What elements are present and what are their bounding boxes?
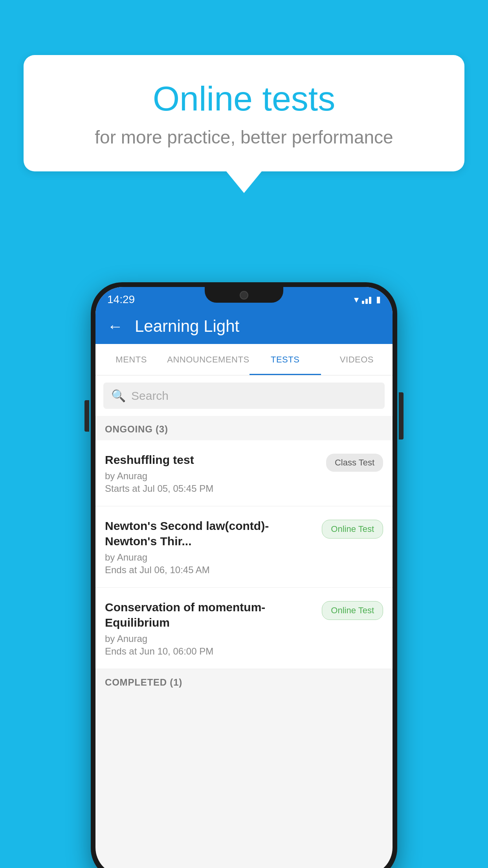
test-name-1: Reshuffling test — [105, 452, 318, 467]
test-by-3: by Anurag — [105, 633, 314, 644]
test-item-conservation[interactable]: Conservation of momentum-Equilibrium by … — [95, 588, 393, 669]
speech-bubble-title: Online tests — [55, 79, 433, 119]
speech-bubble-pointer — [226, 171, 262, 193]
signal-bars — [362, 295, 371, 304]
test-item-reshuffling[interactable]: Reshuffling test by Anurag Starts at Jul… — [95, 440, 393, 506]
test-info-3: Conservation of momentum-Equilibrium by … — [105, 600, 314, 657]
phone-screen: 14:29 ▾ ▮ ← Learning Light MENTS ANNOU — [95, 287, 393, 868]
phone-frame: 14:29 ▾ ▮ ← Learning Light MENTS ANNOU — [91, 282, 397, 868]
speech-bubble-subtitle: for more practice, better performance — [55, 127, 433, 148]
phone-side-left-button — [84, 400, 89, 432]
tab-tests[interactable]: TESTS — [250, 344, 321, 375]
speech-bubble: Online tests for more practice, better p… — [24, 55, 464, 171]
completed-section-header: COMPLETED (1) — [95, 669, 393, 693]
front-camera — [240, 291, 248, 300]
test-date-2: Ends at Jul 06, 10:45 AM — [105, 565, 314, 576]
app-header: ← Learning Light — [95, 309, 393, 344]
app-title: Learning Light — [135, 317, 239, 336]
test-name-3: Conservation of momentum-Equilibrium — [105, 600, 314, 630]
test-by-2: by Anurag — [105, 552, 314, 563]
test-badge-3: Online Test — [322, 601, 383, 620]
test-list: Reshuffling test by Anurag Starts at Jul… — [95, 440, 393, 669]
test-info-1: Reshuffling test by Anurag Starts at Jul… — [105, 452, 318, 494]
tab-videos[interactable]: VIDEOS — [321, 344, 393, 375]
test-name-2: Newton's Second law(contd)-Newton's Thir… — [105, 518, 314, 549]
ongoing-section-title: ONGOING (3) — [105, 424, 383, 435]
test-date-3: Ends at Jun 10, 06:00 PM — [105, 646, 314, 657]
tab-ments[interactable]: MENTS — [95, 344, 167, 375]
back-button[interactable]: ← — [107, 318, 123, 335]
tab-bar: MENTS ANNOUNCEMENTS TESTS VIDEOS — [95, 344, 393, 375]
test-badge-1: Class Test — [326, 454, 383, 472]
search-input[interactable]: Search — [131, 389, 169, 403]
battery-icon: ▮ — [376, 294, 381, 305]
status-time: 14:29 — [107, 293, 135, 306]
search-icon: 🔍 — [111, 389, 126, 403]
test-badge-2: Online Test — [322, 520, 383, 539]
status-icons: ▾ ▮ — [354, 294, 381, 305]
phone-side-right-button — [399, 392, 404, 440]
speech-bubble-container: Online tests for more practice, better p… — [24, 55, 464, 193]
completed-section-title: COMPLETED (1) — [105, 677, 383, 688]
test-by-1: by Anurag — [105, 471, 318, 482]
test-info-2: Newton's Second law(contd)-Newton's Thir… — [105, 518, 314, 576]
search-container: 🔍 Search — [95, 375, 393, 416]
search-bar[interactable]: 🔍 Search — [103, 383, 385, 409]
ongoing-section-header: ONGOING (3) — [95, 416, 393, 440]
wifi-icon: ▾ — [354, 294, 359, 305]
tab-announcements[interactable]: ANNOUNCEMENTS — [167, 344, 249, 375]
phone-notch — [205, 287, 283, 303]
test-item-newtons[interactable]: Newton's Second law(contd)-Newton's Thir… — [95, 506, 393, 588]
test-date-1: Starts at Jul 05, 05:45 PM — [105, 483, 318, 494]
